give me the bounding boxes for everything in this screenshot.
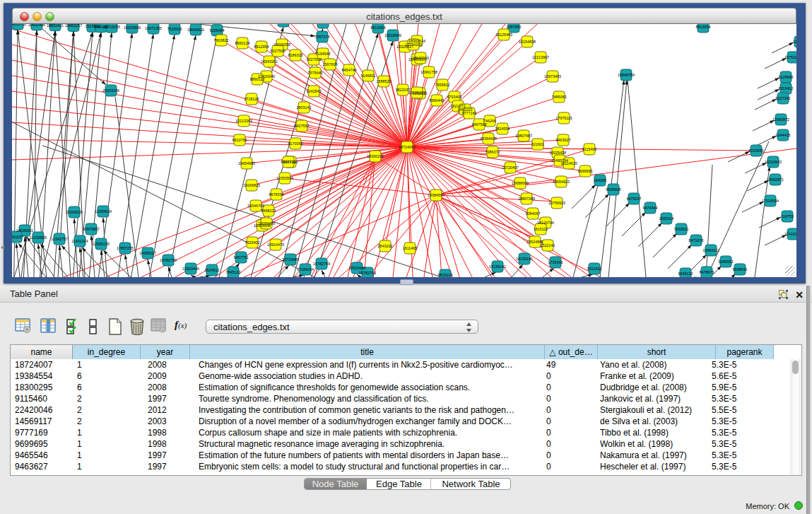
svg-text:2718126: 2718126 xyxy=(245,97,259,101)
svg-text:1615112: 1615112 xyxy=(534,227,548,231)
svg-text:8478976: 8478976 xyxy=(700,270,714,274)
svg-text:17016504: 17016504 xyxy=(762,199,779,203)
svg-text:12923446: 12923446 xyxy=(182,267,199,271)
svg-text:9815214: 9815214 xyxy=(438,273,453,277)
svg-text:15692971: 15692971 xyxy=(767,177,784,182)
svg-text:8267130: 8267130 xyxy=(281,160,296,164)
svg-text:14914479: 14914479 xyxy=(267,243,284,247)
svg-text:7357274: 7357274 xyxy=(315,35,330,39)
svg-text:7515526: 7515526 xyxy=(167,27,182,31)
svg-text:18724007: 18724007 xyxy=(399,145,416,149)
svg-text:12505135: 12505135 xyxy=(93,242,110,246)
svg-text:17857255: 17857255 xyxy=(117,246,134,250)
svg-text:10973493: 10973493 xyxy=(544,74,561,78)
svg-text:16543362: 16543362 xyxy=(261,59,278,64)
svg-text:9313412: 9313412 xyxy=(779,86,794,90)
svg-text:12093872: 12093872 xyxy=(772,117,789,122)
svg-text:2522141: 2522141 xyxy=(541,243,555,247)
svg-text:16782759: 16782759 xyxy=(160,258,177,262)
svg-text:1611465: 1611465 xyxy=(403,246,418,250)
svg-text:9345122: 9345122 xyxy=(678,271,693,276)
svg-text:12353594: 12353594 xyxy=(276,176,293,180)
svg-text:2933114: 2933114 xyxy=(659,216,674,221)
svg-text:7845120: 7845120 xyxy=(226,270,241,274)
svg-text:16961758: 16961758 xyxy=(420,70,437,74)
svg-text:10653257: 10653257 xyxy=(65,24,82,28)
svg-text:12213363: 12213363 xyxy=(235,119,252,123)
svg-text:19218906: 19218906 xyxy=(384,33,401,37)
svg-text:2543202: 2543202 xyxy=(378,244,393,248)
svg-text:8938928: 8938928 xyxy=(606,187,621,192)
svg-text:10671355: 10671355 xyxy=(145,26,162,30)
svg-text:7632621: 7632621 xyxy=(674,227,689,231)
svg-text:9463627: 9463627 xyxy=(556,138,571,142)
svg-text:8215935: 8215935 xyxy=(749,148,764,153)
svg-text:14136141: 14136141 xyxy=(516,257,533,261)
svg-text:3911157: 3911157 xyxy=(12,235,23,239)
svg-text:20364436: 20364436 xyxy=(480,136,497,141)
svg-text:9938042: 9938042 xyxy=(733,267,748,271)
svg-text:8454749: 8454749 xyxy=(342,68,357,72)
svg-text:8170065: 8170065 xyxy=(288,141,303,146)
svg-text:7194546: 7194546 xyxy=(316,52,331,56)
svg-text:12554103: 12554103 xyxy=(405,42,422,47)
svg-text:18807289: 18807289 xyxy=(518,197,535,201)
svg-text:9524512: 9524512 xyxy=(205,268,220,272)
svg-text:16046766: 16046766 xyxy=(247,204,264,208)
svg-text:3824554: 3824554 xyxy=(495,127,510,131)
svg-text:13226058: 13226058 xyxy=(273,42,290,47)
svg-text:20691406: 20691406 xyxy=(28,24,45,27)
svg-text:12923446: 12923446 xyxy=(348,266,365,270)
svg-text:1588520: 1588520 xyxy=(377,79,392,83)
svg-text:1733436: 1733436 xyxy=(548,260,563,264)
svg-text:7955812: 7955812 xyxy=(435,83,450,87)
svg-text:2803141: 2803141 xyxy=(297,105,312,110)
svg-text:9084067: 9084067 xyxy=(526,211,541,216)
svg-text:17975115: 17975115 xyxy=(555,116,572,120)
svg-text:16210643: 16210643 xyxy=(765,160,782,164)
svg-text:621601: 621601 xyxy=(531,142,544,146)
svg-text:9129966: 9129966 xyxy=(779,75,794,79)
svg-text:1244415: 1244415 xyxy=(776,133,791,137)
svg-text:9115460: 9115460 xyxy=(582,147,597,151)
svg-text:12410342: 12410342 xyxy=(784,232,796,236)
svg-text:9890122: 9890122 xyxy=(250,77,265,81)
svg-text:8990443: 8990443 xyxy=(430,98,445,103)
svg-text:93975867: 93975867 xyxy=(83,227,100,231)
svg-text:7386372: 7386372 xyxy=(486,150,500,154)
svg-text:16154838: 16154838 xyxy=(519,40,536,44)
svg-text:9155494: 9155494 xyxy=(210,28,225,33)
svg-text:9327503: 9327503 xyxy=(307,57,322,62)
svg-text:9457791: 9457791 xyxy=(234,255,249,259)
svg-text:8813054: 8813054 xyxy=(371,25,386,30)
svg-text:10125483: 10125483 xyxy=(495,33,512,37)
svg-text:13626215: 13626215 xyxy=(408,90,425,95)
svg-text:8427552: 8427552 xyxy=(295,124,310,128)
svg-text:12156829: 12156829 xyxy=(30,235,47,240)
svg-text:6793402: 6793402 xyxy=(447,95,462,99)
svg-text:16120746: 16120746 xyxy=(537,221,554,225)
svg-text:9699695: 9699695 xyxy=(578,169,593,173)
svg-text:9777169: 9777169 xyxy=(462,111,477,115)
svg-text:9245652: 9245652 xyxy=(719,259,734,264)
svg-text:2367608: 2367608 xyxy=(323,62,338,66)
svg-text:9227342: 9227342 xyxy=(776,96,791,100)
svg-text:18114615: 18114615 xyxy=(560,161,577,165)
svg-text:15136141: 15136141 xyxy=(489,264,506,269)
svg-text:9312411: 9312411 xyxy=(587,267,602,271)
svg-text:8813054: 8813054 xyxy=(696,25,711,29)
svg-text:8678334: 8678334 xyxy=(269,192,284,197)
svg-text:1117342: 1117342 xyxy=(793,40,796,44)
svg-text:12213967: 12213967 xyxy=(532,55,549,59)
svg-text:10719155: 10719155 xyxy=(314,24,331,25)
svg-text:6479197: 6479197 xyxy=(627,197,642,201)
svg-text:7485063: 7485063 xyxy=(552,95,567,99)
svg-text:25053346: 25053346 xyxy=(102,88,119,93)
svg-text:14055712: 14055712 xyxy=(12,24,26,26)
svg-text:13716485: 13716485 xyxy=(282,257,299,262)
svg-text:10756923: 10756923 xyxy=(548,201,565,205)
svg-text:17184234: 17184234 xyxy=(297,267,314,271)
svg-text:7663822: 7663822 xyxy=(214,38,229,42)
svg-text:19384554: 19384554 xyxy=(428,193,445,197)
svg-text:116753: 116753 xyxy=(781,214,794,218)
